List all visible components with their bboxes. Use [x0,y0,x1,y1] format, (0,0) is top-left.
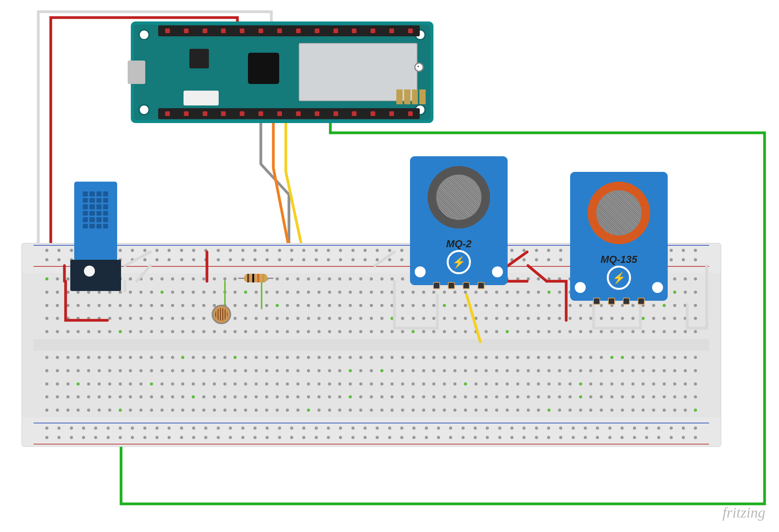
arduino-bottom-pins [158,108,420,119]
mq135-pins [593,298,645,305]
resistor [238,273,273,283]
resistor-band-2 [252,274,254,282]
arduino-top-pins [158,25,420,36]
antenna-connector-icon [414,62,424,72]
ldr-photoresistor [212,305,231,324]
dht11-pcb [70,260,121,291]
mq2-sensor-module: MQ-2 ⚡ [410,156,508,285]
mq2-label: MQ-2 [410,238,508,250]
arduino-mkr-board [131,21,433,123]
usb-port-icon [128,61,145,84]
resistor-band-4 [262,274,264,282]
plug-icon: ⚡ [447,250,471,274]
gold-pads-icon [396,89,426,104]
mq135-sensor-module: MQ-135 ⚡ [570,172,668,301]
plug-icon: ⚡ [607,266,631,290]
circuit-diagram: MQ-2 ⚡ MQ-135 ⚡ fritzing [8,8,771,524]
mq2-pins [433,282,485,289]
battery-connector-icon [184,91,219,105]
chip-icon [189,49,209,68]
mcu-chip-icon [248,53,279,84]
mq135-label: MQ-135 [570,254,668,266]
resistor-band-3 [257,274,259,282]
resistor-band-1 [247,274,249,282]
dht11-sensor [74,182,117,260]
